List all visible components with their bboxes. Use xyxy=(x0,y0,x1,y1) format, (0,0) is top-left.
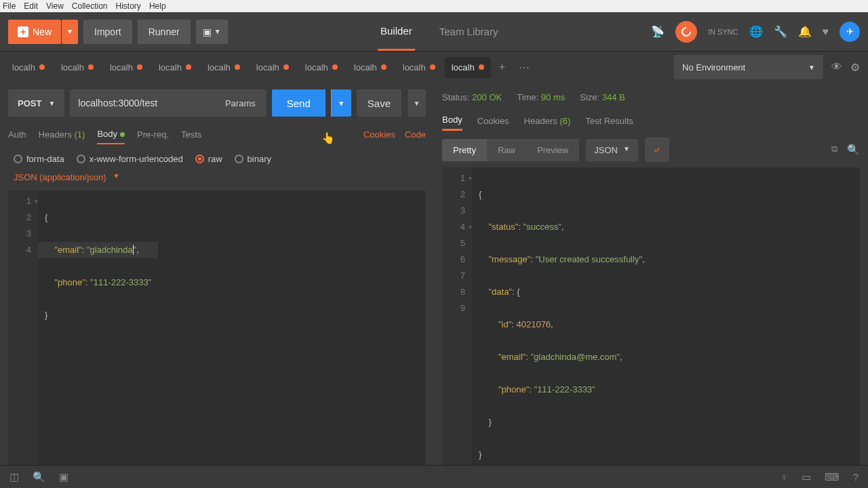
subtab-body[interactable]: Body xyxy=(97,125,125,144)
request-tab-9[interactable]: localh xyxy=(445,57,491,78)
status-bar: ◫ 🔍 ▣ ♀ ▭ ⌨ ? xyxy=(0,465,868,488)
method-selector[interactable]: POST▼ xyxy=(8,89,64,117)
import-button[interactable]: Import xyxy=(83,20,132,44)
bell-icon[interactable]: 🔔 xyxy=(798,25,812,38)
globe-icon[interactable]: 🌐 xyxy=(749,25,763,38)
radio-urlencoded[interactable]: x-www-form-urlencoded xyxy=(77,154,183,164)
new-button[interactable]: + New xyxy=(8,20,61,44)
status-row: Status: 200 OK Time: 90 ms Size: 344 B xyxy=(442,89,860,110)
save-button[interactable]: Save xyxy=(357,89,401,117)
resp-tab-cookies[interactable]: Cookies xyxy=(477,112,509,130)
request-body-editor[interactable]: 1234 { "email": "gladchinda", "phone": "… xyxy=(8,190,426,476)
response-body-viewer[interactable]: 123456789 { "status": "success", "messag… xyxy=(442,167,860,488)
question-icon[interactable]: ? xyxy=(853,471,859,483)
response-tabs: Body Cookies Headers (6) Test Results xyxy=(442,110,860,131)
request-tabs: localh localh localh localh localh local… xyxy=(0,52,666,83)
menu-file[interactable]: File xyxy=(3,1,16,11)
url-input[interactable] xyxy=(70,89,214,117)
help-icon[interactable]: ♀ xyxy=(780,471,787,483)
window-button[interactable]: ▣ ▼ xyxy=(196,20,228,44)
subtab-tests[interactable]: Tests xyxy=(181,125,201,144)
resp-tab-tests[interactable]: Test Results xyxy=(585,112,633,130)
request-tab-3[interactable]: localh xyxy=(152,57,198,78)
environment-selector[interactable]: No Environment▼ xyxy=(674,55,823,79)
request-tab-0[interactable]: localh xyxy=(5,57,52,78)
tab-overflow-button[interactable]: ⋯ xyxy=(513,56,535,79)
view-pretty[interactable]: Pretty xyxy=(442,139,487,161)
console-icon[interactable]: ▣ xyxy=(59,471,68,483)
runner-button[interactable]: Runner xyxy=(138,20,191,44)
new-label: New xyxy=(33,26,52,37)
request-tab-8[interactable]: localh xyxy=(396,57,442,78)
pane-icon[interactable]: ▭ xyxy=(802,471,811,483)
body-type-row: form-data x-www-form-urlencoded raw bina… xyxy=(8,154,426,164)
wrench-icon[interactable]: 🔧 xyxy=(774,25,787,38)
menu-collection[interactable]: Collection xyxy=(72,1,108,11)
menu-edit[interactable]: Edit xyxy=(24,1,38,11)
response-type-selector[interactable]: JSON▼ xyxy=(586,139,638,161)
view-raw[interactable]: Raw xyxy=(487,139,526,161)
subtab-headers[interactable]: Headers (1) xyxy=(39,125,85,144)
satellite-icon[interactable]: 📡 xyxy=(651,25,665,38)
request-subtabs: Auth Headers (1) Body Pre-req. Tests Coo… xyxy=(8,125,426,144)
tab-builder[interactable]: Builder xyxy=(378,13,415,51)
link-cookies[interactable]: Cookies xyxy=(363,129,395,140)
request-tab-5[interactable]: localh xyxy=(250,57,296,78)
top-toolbar: + New ▼ Import Runner ▣ ▼ Builder Team L… xyxy=(0,12,868,52)
search-icon[interactable]: 🔍 xyxy=(847,144,860,156)
sidebar-toggle-icon[interactable]: ◫ xyxy=(9,471,19,483)
radio-form-data[interactable]: form-data xyxy=(14,154,64,164)
menu-history[interactable]: History xyxy=(116,1,141,11)
request-tab-1[interactable]: localh xyxy=(54,57,100,78)
copy-icon[interactable]: ⧉ xyxy=(831,144,837,156)
link-code[interactable]: Code xyxy=(405,129,426,140)
gear-icon[interactable]: ⚙ xyxy=(850,61,860,74)
add-tab-button[interactable]: + xyxy=(494,56,511,79)
subtab-auth[interactable]: Auth xyxy=(8,125,26,144)
request-pane: POST▼ Params Send ▼ Save ▼ Auth Headers … xyxy=(0,83,434,483)
eye-icon[interactable]: 👁 xyxy=(831,61,842,73)
save-dropdown[interactable]: ▼ xyxy=(407,89,426,117)
send-button[interactable]: Send xyxy=(272,89,326,117)
response-toolbar: Pretty Raw Preview JSON▼ ⤶ ⧉ 🔍 xyxy=(442,138,860,162)
radio-raw[interactable]: raw xyxy=(195,154,222,164)
request-tab-4[interactable]: localh xyxy=(201,57,247,78)
environment-bar: localh localh localh localh localh local… xyxy=(0,52,868,83)
sync-indicator[interactable] xyxy=(675,21,697,43)
send-dropdown[interactable]: ▼ xyxy=(331,89,351,117)
plus-icon: + xyxy=(18,26,28,37)
resp-tab-body[interactable]: Body xyxy=(442,110,462,131)
user-avatar[interactable]: ✈ xyxy=(840,22,860,42)
heart-icon[interactable]: ♥ xyxy=(823,26,829,38)
request-tab-6[interactable]: localh xyxy=(298,57,344,78)
wrap-button[interactable]: ⤶ xyxy=(645,138,669,162)
subtab-prereq[interactable]: Pre-req. xyxy=(137,125,169,144)
menu-view[interactable]: View xyxy=(46,1,64,11)
tab-team-library[interactable]: Team Library xyxy=(437,14,501,49)
content-type-selector[interactable]: JSON (application/json)▼ xyxy=(8,168,426,186)
request-tab-2[interactable]: localh xyxy=(103,57,149,78)
request-tab-7[interactable]: localh xyxy=(347,57,393,78)
find-icon[interactable]: 🔍 xyxy=(33,471,45,483)
app-menubar: File Edit View Collection History Help xyxy=(0,0,868,12)
response-pane: Status: 200 OK Time: 90 ms Size: 344 B B… xyxy=(434,83,868,483)
menu-help[interactable]: Help xyxy=(149,1,166,11)
radio-binary[interactable]: binary xyxy=(235,154,271,164)
keyboard-icon[interactable]: ⌨ xyxy=(825,471,840,483)
view-preview[interactable]: Preview xyxy=(526,139,579,161)
sync-label: IN SYNC xyxy=(708,28,738,36)
new-dropdown-caret[interactable]: ▼ xyxy=(62,20,78,44)
params-button[interactable]: Params xyxy=(214,89,267,117)
resp-tab-headers[interactable]: Headers (6) xyxy=(524,112,571,130)
